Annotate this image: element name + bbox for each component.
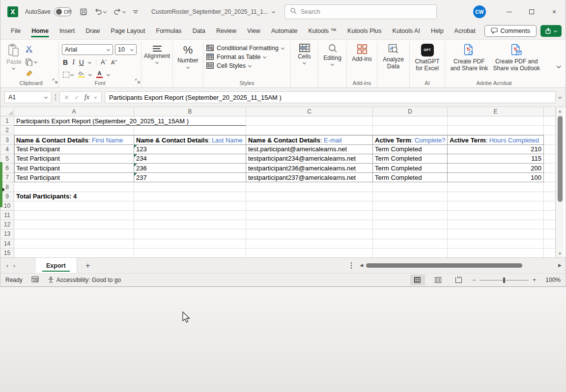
cell-A6[interactable]: Test Participant: [14, 164, 134, 173]
document-title[interactable]: CustomRoster_September_20_2025_11_1...: [151, 8, 275, 15]
cell-E10[interactable]: [448, 201, 544, 211]
ribbon-tab-review[interactable]: Review: [211, 25, 242, 38]
ribbon-collapse-icon[interactable]: [557, 64, 561, 68]
ribbon-tab-home[interactable]: Home: [26, 25, 54, 38]
ribbon-tab-kutools-ai[interactable]: Kutools AI: [387, 25, 425, 38]
cell-E9[interactable]: [448, 192, 544, 201]
cell-A1[interactable]: Participants Export Report (September_20…: [14, 116, 246, 126]
maximize-button[interactable]: [520, 0, 543, 24]
vertical-scrollbar-thumb[interactable]: [558, 116, 563, 202]
cell-C3[interactable]: Name & Contact Details: E-mail: [246, 135, 373, 144]
scroll-left-icon[interactable]: ◀: [360, 263, 363, 268]
cell-E14[interactable]: [448, 239, 544, 249]
row-header-15[interactable]: 15: [0, 249, 14, 257]
cell-B14[interactable]: [134, 239, 246, 249]
cell-B10[interactable]: [134, 201, 246, 211]
analyze-data-button[interactable]: AnalyzeData: [380, 42, 406, 70]
cell-A4[interactable]: Test Participant: [14, 145, 134, 154]
name-box[interactable]: A1: [4, 91, 52, 103]
ribbon-tab-automate[interactable]: Automate: [266, 25, 303, 38]
cell-styles-button[interactable]: Cell Styles: [206, 62, 287, 69]
autosave-toggle[interactable]: Off: [54, 7, 72, 16]
cell-E13[interactable]: [448, 229, 544, 239]
ribbon-tab-kutools-plus[interactable]: Kutools Plus: [342, 25, 387, 38]
cell-B11[interactable]: [134, 211, 246, 220]
copy-button[interactable]: [26, 58, 37, 66]
cell-A12[interactable]: [14, 220, 134, 229]
cell-B2[interactable]: [134, 126, 246, 135]
bold-button[interactable]: B: [63, 58, 68, 66]
select-all-corner[interactable]: [0, 107, 14, 116]
row-header-5[interactable]: 5: [0, 154, 14, 164]
redo-button[interactable]: [113, 8, 126, 15]
horizontal-scrollbar[interactable]: [366, 262, 555, 268]
zoom-in-button[interactable]: +: [533, 277, 536, 283]
account-avatar[interactable]: CW: [473, 5, 486, 18]
cell-B6[interactable]: 236: [134, 164, 246, 173]
cell-E6[interactable]: 200: [448, 164, 544, 173]
cell-B12[interactable]: [134, 220, 246, 229]
cell-B7[interactable]: 237: [134, 173, 246, 182]
row-header-7[interactable]: 7: [0, 173, 14, 182]
sheet-tab-export[interactable]: Export: [35, 258, 77, 273]
search-input[interactable]: Search: [284, 4, 437, 19]
cut-button[interactable]: [26, 46, 37, 55]
create-pdf-outlook-button[interactable]: Create PDF andShare via Outlook: [493, 42, 540, 72]
cell-C12[interactable]: [246, 220, 373, 229]
cell-A8[interactable]: [14, 182, 134, 192]
confirm-entry-icon[interactable]: ✓: [74, 94, 80, 101]
number-button[interactable]: % Number: [176, 42, 200, 69]
addins-button[interactable]: Add-ins: [350, 42, 374, 63]
cell-D5[interactable]: Term Completed: [373, 154, 448, 164]
create-pdf-share-link-button[interactable]: Create PDFand Share link: [448, 42, 490, 72]
row-header-12[interactable]: 12: [0, 220, 14, 229]
font-dialog-launcher-icon[interactable]: [135, 77, 140, 85]
cell-B15[interactable]: [134, 249, 246, 257]
row-header-2[interactable]: 2: [0, 126, 14, 135]
cell-C1[interactable]: [246, 116, 373, 126]
formula-bar-expand-icon[interactable]: [559, 96, 562, 99]
zoom-slider[interactable]: [480, 280, 529, 280]
increase-font-button[interactable]: A^: [101, 58, 107, 66]
format-as-table-button[interactable]: Format as Table: [206, 54, 287, 60]
cell-C13[interactable]: [246, 229, 373, 239]
column-header-C[interactable]: C: [246, 107, 373, 116]
ribbon-tab-draw[interactable]: Draw: [80, 25, 105, 38]
column-header-A[interactable]: A: [14, 107, 134, 116]
cell-A14[interactable]: [14, 239, 134, 249]
normal-view-button[interactable]: [410, 275, 425, 285]
ribbon-tab-data[interactable]: Data: [187, 25, 211, 38]
chatgpt-button[interactable]: GPT ChatGPTfor Excel: [413, 42, 442, 72]
minimize-button[interactable]: [498, 0, 520, 24]
cell-A10[interactable]: [14, 201, 134, 211]
scroll-down-icon[interactable]: ▼: [556, 250, 564, 257]
clipboard-dialog-launcher-icon[interactable]: [53, 77, 57, 85]
decrease-font-button[interactable]: A: [111, 59, 117, 65]
ribbon-tab-insert[interactable]: Insert: [54, 25, 80, 38]
cell-C6[interactable]: testparticipant236@americalearns.net: [246, 164, 373, 173]
cell-E15[interactable]: [448, 249, 544, 257]
page-break-view-button[interactable]: [452, 275, 466, 285]
cell-D14[interactable]: [373, 239, 448, 249]
italic-button[interactable]: I: [72, 58, 75, 66]
zoom-out-button[interactable]: −: [472, 277, 476, 283]
fill-color-button[interactable]: [78, 71, 85, 78]
cell-C5[interactable]: testparticipant234@americalearns.net: [246, 154, 373, 164]
macro-record-icon[interactable]: [31, 276, 39, 284]
cell-E7[interactable]: 100: [448, 173, 544, 182]
cell-E3[interactable]: Active Term: Hours Completed: [448, 135, 544, 144]
ribbon-tab-kutools[interactable]: Kutools ™: [303, 25, 342, 38]
add-sheet-button[interactable]: +: [77, 261, 99, 271]
cell-B9[interactable]: [134, 192, 246, 201]
cell-A5[interactable]: Test Participant: [14, 154, 134, 164]
cell-E4[interactable]: 210: [448, 145, 544, 154]
cell-A3[interactable]: Name & Contact Details: First Name: [14, 135, 134, 144]
cell-C11[interactable]: [246, 211, 373, 220]
cell-D10[interactable]: [373, 201, 448, 211]
cell-D15[interactable]: [373, 249, 448, 257]
borders-button[interactable]: [63, 72, 74, 78]
cancel-entry-icon[interactable]: ✕: [64, 94, 69, 101]
format-painter-button[interactable]: [26, 70, 37, 79]
cell-C4[interactable]: test.participant@americalearns.net: [246, 145, 373, 154]
row-header-6[interactable]: 6: [0, 164, 14, 173]
